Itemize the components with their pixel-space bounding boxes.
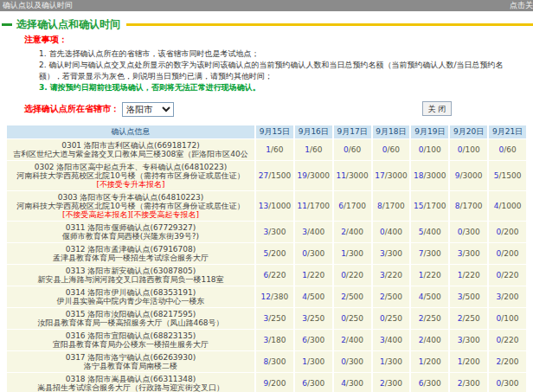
- slot-cell[interactable]: 0/400: [373, 222, 410, 242]
- quota-total: /300: [346, 379, 363, 388]
- slot-cell[interactable]: 1/300: [373, 351, 410, 372]
- slot-cell[interactable]: 4/300: [334, 373, 371, 392]
- quota-total: /500: [346, 292, 363, 301]
- slot-cell[interactable]: 2/200: [489, 351, 526, 372]
- slot-cell[interactable]: 9/3000: [450, 161, 487, 190]
- slot-cell[interactable]: 11/3000: [334, 161, 371, 190]
- quota-total: /220: [346, 271, 363, 280]
- slot-cell[interactable]: 0/300: [295, 243, 332, 264]
- slot-cell[interactable]: 3/300: [373, 243, 410, 264]
- slot-cell[interactable]: 0/220: [489, 265, 526, 286]
- slot-cell[interactable]: 6/300: [411, 373, 448, 392]
- slot-cell[interactable]: 4/1000: [489, 191, 526, 221]
- slot-cell[interactable]: 9/200: [256, 373, 293, 392]
- slot-cell[interactable]: 5/400: [411, 222, 448, 242]
- slot-cell[interactable]: 17/3000: [373, 161, 410, 190]
- slot-cell[interactable]: 0/60: [489, 139, 526, 160]
- quota-total: /200: [424, 357, 441, 366]
- slot-cell[interactable]: 6/300: [295, 330, 332, 350]
- slot-cell[interactable]: 18/3000: [411, 161, 448, 190]
- slot-cell[interactable]: 0/220: [489, 330, 526, 350]
- slot-cell[interactable]: 6/220: [256, 265, 293, 286]
- slot-cell[interactable]: 1/60: [256, 139, 293, 160]
- slot-cell[interactable]: 2/400: [411, 330, 448, 350]
- slot-cell[interactable]: 1/300: [334, 243, 371, 264]
- slot-cell[interactable]: 0/200: [489, 222, 526, 242]
- booked-count: 11: [336, 171, 345, 180]
- slot-cell[interactable]: 2/250: [450, 308, 487, 329]
- slot-cell[interactable]: 3/250: [295, 308, 332, 329]
- slot-cell[interactable]: 0/60: [373, 139, 410, 160]
- booked-count: 11: [298, 202, 307, 210]
- slot-cell[interactable]: 0/300: [450, 222, 487, 242]
- slot-cell[interactable]: 6/300: [295, 373, 332, 392]
- booked-count: 13: [259, 202, 268, 210]
- slot-cell[interactable]: 3/250: [256, 308, 293, 329]
- slot-cell[interactable]: 0/220: [334, 265, 371, 286]
- slot-cell[interactable]: 27/1500: [256, 161, 293, 190]
- slot-cell[interactable]: 5/1500: [489, 161, 526, 190]
- slot-cell[interactable]: 13/1000: [256, 191, 293, 221]
- slot-cell[interactable]: 0/250: [334, 308, 371, 329]
- slot-cell[interactable]: 8/1700: [450, 191, 487, 221]
- slot-cell[interactable]: 3/300: [450, 330, 487, 350]
- slot-cell[interactable]: 0/100: [411, 139, 448, 160]
- table-row: 0315 洛阳市汝阳确认点(68217595) 汝阳县教育体育局一楼高招服务大厅…: [7, 308, 526, 329]
- slot-cell[interactable]: 1/220: [450, 265, 487, 286]
- close-link[interactable]: 点击关闭: [510, 0, 533, 11]
- slot-cell[interactable]: 1/220: [295, 265, 332, 286]
- slot-cell[interactable]: 2/500: [334, 286, 371, 307]
- city-select[interactable]: 洛阳市: [122, 102, 174, 117]
- slot-cell[interactable]: 5/200: [256, 243, 293, 264]
- slot-cell[interactable]: 0/100: [450, 139, 487, 160]
- slot-cell[interactable]: 8/1700: [373, 191, 410, 221]
- quota-total: /200: [268, 249, 286, 258]
- quota-total: /250: [462, 314, 479, 323]
- slot-cell[interactable]: 3/300: [450, 243, 487, 264]
- point-address: 河南科技大学西苑校区北院10号楼（需持有市区身份证或居住证）: [9, 202, 253, 210]
- close-button[interactable]: 关 闭: [422, 101, 452, 116]
- slot-cell[interactable]: 0/60: [334, 139, 371, 160]
- slot-cell[interactable]: 15/1700: [411, 191, 448, 221]
- notice-item-warning: 3. 请按预约日期前往现场确认，否则将无法正常进行现场确认。: [39, 82, 523, 93]
- slot-cell[interactable]: 0/300: [334, 351, 371, 372]
- slot-cell[interactable]: 1/200: [450, 351, 487, 372]
- slot-cell[interactable]: 2/500: [373, 286, 410, 307]
- slot-cell[interactable]: 12/380: [256, 286, 293, 307]
- quota-total: /200: [268, 379, 286, 388]
- slot-cell[interactable]: 1/300: [295, 351, 332, 372]
- slot-cell[interactable]: 0/100: [489, 308, 526, 329]
- slot-cell[interactable]: 2/300: [450, 373, 487, 392]
- quota-total: /100: [424, 145, 441, 154]
- slot-cell[interactable]: 6/1700: [334, 191, 371, 221]
- quota-total: /400: [385, 336, 402, 344]
- column-header-date: 9月15日: [256, 125, 293, 138]
- slot-cell[interactable]: 8/300: [256, 351, 293, 372]
- slot-cell[interactable]: 3/220: [373, 265, 410, 286]
- slot-cell[interactable]: 2/400: [334, 222, 371, 242]
- quota-total: /300: [307, 336, 324, 344]
- slot-cell[interactable]: 11/1700: [295, 191, 332, 221]
- slot-cell[interactable]: 3/180: [256, 330, 293, 350]
- slot-cell[interactable]: 3/400: [295, 222, 332, 242]
- slot-cell[interactable]: 0/300: [489, 373, 526, 392]
- quota-total: /180: [268, 336, 286, 344]
- slot-cell[interactable]: 0/200: [489, 243, 526, 264]
- slot-cell[interactable]: 19/3000: [295, 161, 332, 190]
- slot-cell[interactable]: 3/500: [450, 286, 487, 307]
- slot-cell[interactable]: 3/400: [373, 330, 410, 350]
- quota-total: /500: [385, 292, 402, 301]
- slot-cell[interactable]: 2/250: [411, 308, 448, 329]
- slot-cell[interactable]: 3/300: [256, 222, 293, 242]
- quota-total: /1700: [344, 202, 366, 210]
- slot-cell[interactable]: 1/60: [295, 139, 332, 160]
- slot-cell[interactable]: 4/500: [295, 286, 332, 307]
- slot-cell[interactable]: 7/300: [411, 243, 448, 264]
- slot-cell[interactable]: 2/300: [373, 373, 410, 392]
- slot-cell[interactable]: 3/200: [489, 286, 526, 307]
- slot-cell[interactable]: 1/200: [411, 351, 448, 372]
- slot-cell[interactable]: 2/400: [334, 330, 371, 350]
- slot-cell[interactable]: 0/250: [373, 308, 410, 329]
- slot-cell[interactable]: 4/500: [411, 286, 448, 307]
- slot-cell[interactable]: 1/220: [411, 265, 448, 286]
